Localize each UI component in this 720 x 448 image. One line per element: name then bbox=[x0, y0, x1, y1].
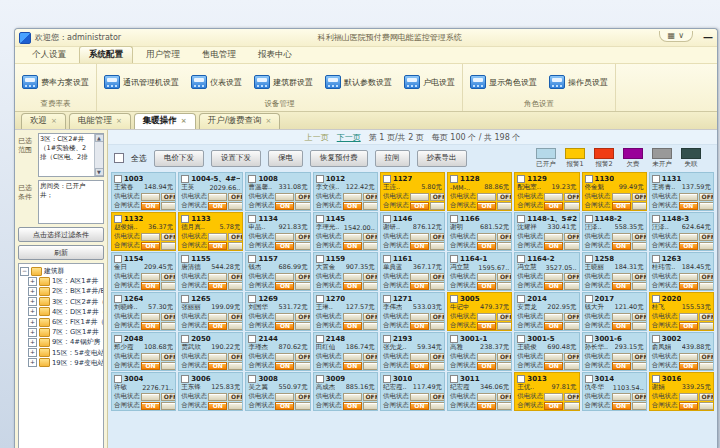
valve-on-toggle[interactable]: ON bbox=[275, 362, 294, 370]
close-icon[interactable]: × bbox=[116, 118, 122, 125]
supply-on-toggle[interactable] bbox=[208, 273, 227, 281]
expand-icon[interactable]: + bbox=[28, 338, 37, 347]
valve-on-toggle[interactable]: ON bbox=[208, 202, 227, 210]
supply-off-toggle[interactable]: OFF bbox=[228, 353, 243, 361]
supply-on-toggle[interactable] bbox=[275, 393, 294, 401]
valve-off-toggle[interactable] bbox=[228, 282, 243, 290]
tab-2[interactable]: 集暖操作× bbox=[134, 113, 196, 129]
supply-on-toggle[interactable] bbox=[141, 273, 160, 281]
ribbon-button[interactable]: 建筑群设置 bbox=[251, 73, 316, 91]
card-checkbox[interactable] bbox=[316, 375, 324, 383]
supply-off-toggle[interactable]: OFF bbox=[430, 193, 445, 201]
supply-off-toggle[interactable]: OFF bbox=[699, 233, 714, 241]
supply-on-toggle[interactable] bbox=[343, 193, 362, 201]
valve-off-toggle[interactable] bbox=[632, 362, 647, 370]
valve-off-toggle[interactable] bbox=[228, 362, 243, 370]
valve-off-toggle[interactable] bbox=[295, 282, 310, 290]
supply-off-toggle[interactable]: OFF bbox=[430, 313, 445, 321]
valve-off-toggle[interactable] bbox=[497, 282, 512, 290]
card-checkbox[interactable] bbox=[585, 215, 593, 223]
card-checkbox[interactable] bbox=[114, 335, 122, 343]
supply-off-toggle[interactable]: OFF bbox=[497, 233, 512, 241]
supply-off-toggle[interactable]: OFF bbox=[564, 393, 579, 401]
valve-on-toggle[interactable]: ON bbox=[477, 242, 496, 250]
menu-item-0[interactable]: 个人设置 bbox=[23, 47, 75, 63]
toolbar-button-1[interactable]: 设置下发 bbox=[211, 150, 261, 167]
card-checkbox[interactable] bbox=[652, 335, 660, 343]
valve-on-toggle[interactable]: ON bbox=[544, 362, 563, 370]
meter-card[interactable]: 1132 赵俊娟.. 36.37元 供电状态 OFF 合闸状态 ON bbox=[111, 212, 176, 251]
supply-on-toggle[interactable] bbox=[544, 193, 563, 201]
expand-icon[interactable]: + bbox=[28, 318, 37, 327]
next-page-link[interactable]: 下一页 bbox=[337, 132, 361, 143]
supply-on-toggle[interactable] bbox=[679, 233, 698, 241]
supply-off-toggle[interactable]: OFF bbox=[228, 193, 243, 201]
card-checkbox[interactable] bbox=[517, 175, 525, 183]
valve-on-toggle[interactable]: ON bbox=[679, 202, 698, 210]
tree-root[interactable]: −建筑群 bbox=[20, 266, 102, 276]
supply-off-toggle[interactable]: OFF bbox=[228, 313, 243, 321]
minimize-button[interactable]: — bbox=[703, 32, 713, 43]
valve-on-toggle[interactable]: ON bbox=[275, 282, 294, 290]
card-checkbox[interactable] bbox=[181, 295, 189, 303]
card-checkbox[interactable] bbox=[652, 175, 660, 183]
expand-icon[interactable]: + bbox=[28, 328, 37, 337]
supply-on-toggle[interactable] bbox=[612, 233, 631, 241]
supply-on-toggle[interactable] bbox=[141, 393, 160, 401]
meter-card[interactable]: 1129 配电室.. 19.23元 供电状态 OFF 合闸状态 ON bbox=[514, 172, 579, 211]
valve-on-toggle[interactable]: ON bbox=[141, 202, 160, 210]
tab-0[interactable]: 欢迎× bbox=[21, 113, 66, 129]
supply-on-toggle[interactable] bbox=[410, 353, 429, 361]
card-checkbox[interactable] bbox=[517, 255, 525, 263]
valve-off-toggle[interactable] bbox=[363, 322, 378, 330]
supply-off-toggle[interactable]: OFF bbox=[430, 353, 445, 361]
expand-icon[interactable]: + bbox=[28, 287, 37, 296]
meter-card[interactable]: 3005 牛记中 479.37元 供电状态 OFF 合闸状态 ON bbox=[447, 292, 512, 331]
valve-off-toggle[interactable] bbox=[295, 202, 310, 210]
supply-off-toggle[interactable]: OFF bbox=[497, 313, 512, 321]
supply-on-toggle[interactable] bbox=[208, 313, 227, 321]
valve-off-toggle[interactable] bbox=[564, 202, 579, 210]
valve-on-toggle[interactable]: ON bbox=[343, 362, 362, 370]
card-checkbox[interactable] bbox=[652, 255, 660, 263]
card-checkbox[interactable] bbox=[383, 295, 391, 303]
meter-card[interactable]: 1271 李伟杰 533.03元 供电状态 OFF 合闸状态 ON bbox=[380, 292, 445, 331]
tree-item-3[interactable]: +4区：D区1#井（D区… bbox=[28, 307, 102, 317]
ribbon-button[interactable]: 操作员设置 bbox=[546, 73, 611, 91]
valve-on-toggle[interactable]: ON bbox=[477, 402, 496, 410]
supply-off-toggle[interactable]: OFF bbox=[295, 353, 310, 361]
valve-off-toggle[interactable] bbox=[632, 282, 647, 290]
supply-on-toggle[interactable] bbox=[208, 393, 227, 401]
valve-off-toggle[interactable] bbox=[497, 242, 512, 250]
card-checkbox[interactable] bbox=[114, 175, 122, 183]
valve-off-toggle[interactable] bbox=[228, 322, 243, 330]
valve-off-toggle[interactable] bbox=[363, 242, 378, 250]
valve-off-toggle[interactable] bbox=[228, 402, 243, 410]
prev-page-link[interactable]: 上一页 bbox=[305, 132, 329, 143]
supply-off-toggle[interactable]: OFF bbox=[497, 273, 512, 281]
supply-on-toggle[interactable] bbox=[612, 393, 631, 401]
valve-off-toggle[interactable] bbox=[161, 242, 176, 250]
valve-on-toggle[interactable]: ON bbox=[410, 282, 429, 290]
supply-off-toggle[interactable]: OFF bbox=[363, 273, 378, 281]
valve-on-toggle[interactable]: ON bbox=[343, 282, 362, 290]
card-checkbox[interactable] bbox=[585, 255, 593, 263]
meter-card[interactable]: 3001-6 孙长华.. 293.15元 供电状态 OFF 合闸状态 ON bbox=[582, 332, 647, 371]
supply-on-toggle[interactable] bbox=[208, 353, 227, 361]
meter-card[interactable]: 1134 申品.. 921.83元 供电状态 OFF 合闸状态 ON bbox=[245, 212, 310, 251]
valve-off-toggle[interactable] bbox=[430, 362, 445, 370]
card-checkbox[interactable] bbox=[248, 335, 256, 343]
close-icon[interactable]: × bbox=[181, 118, 187, 125]
meter-card[interactable]: 2048 郑少霞 108.68元 供电状态 OFF 合闸状态 ON bbox=[111, 332, 176, 371]
supply-on-toggle[interactable] bbox=[477, 193, 496, 201]
valve-off-toggle[interactable] bbox=[295, 402, 310, 410]
card-checkbox[interactable] bbox=[517, 215, 525, 223]
valve-on-toggle[interactable]: ON bbox=[544, 202, 563, 210]
supply-on-toggle[interactable] bbox=[141, 193, 160, 201]
tree-item-1[interactable]: +2区：B区1#井/B区1… bbox=[28, 286, 102, 296]
valve-on-toggle[interactable]: ON bbox=[141, 322, 160, 330]
supply-off-toggle[interactable]: OFF bbox=[699, 273, 714, 281]
valve-on-toggle[interactable]: ON bbox=[477, 362, 496, 370]
meter-card[interactable]: 1164-1 冯立慧 1595.67.. 供电状态 OFF 合闸状态 ON bbox=[447, 252, 512, 291]
supply-on-toggle[interactable] bbox=[410, 313, 429, 321]
